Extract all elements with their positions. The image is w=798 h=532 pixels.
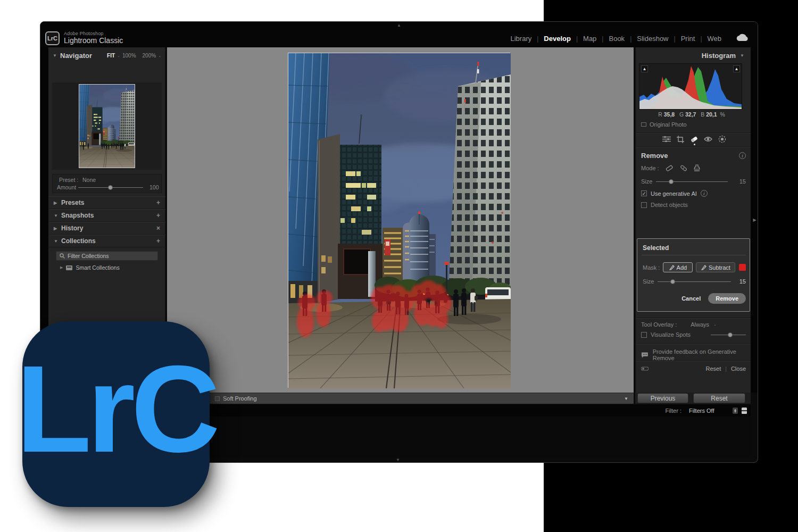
original-photo-row[interactable]: Original Photo [641, 121, 687, 128]
remove-size-slider[interactable] [656, 181, 728, 182]
photo-editor-view[interactable] [288, 53, 510, 388]
filter-collections-placeholder: Filter Collections [68, 253, 109, 259]
navigator-fit-spinner-icon[interactable]: ⌄ [117, 54, 120, 58]
develop-bottom-buttons: Previous Reset [635, 393, 751, 404]
module-library[interactable]: Library [505, 35, 537, 43]
module-map[interactable]: Map [578, 35, 602, 43]
generative-ai-row[interactable]: ✓ Use generative AI i [641, 190, 708, 197]
tool-remove-icon[interactable] [690, 136, 699, 143]
navigator-thumbnail-image[interactable] [79, 84, 135, 168]
histogram-panel[interactable]: ▲ ▲ [639, 63, 742, 110]
selected-size-value: 15 [739, 278, 746, 285]
tool-basic-adjust-icon[interactable] [662, 136, 671, 143]
histogram-header[interactable]: Histogram ▼ [636, 52, 747, 60]
snapshots-disclosure-icon[interactable]: ▼ [54, 213, 61, 218]
navigator-disclosure-icon[interactable]: ▼ [53, 53, 60, 58]
feedback-row[interactable]: Provide feedback on Generative Remove [641, 348, 751, 361]
tool-overlay-spinner-icon[interactable]: ⌄ [713, 322, 717, 327]
detect-objects-checkbox[interactable] [641, 202, 647, 208]
left-sections: ▶Presets+ ▼Snapshots+ ▶History× ▼Collect… [48, 196, 165, 247]
smart-collections-label: Smart Collections [76, 264, 119, 271]
module-web[interactable]: Web [702, 35, 727, 43]
previous-button[interactable]: Previous [637, 393, 688, 403]
filter-spinner-icon[interactable]: ▲▼ [733, 408, 738, 414]
right-edge-strip[interactable]: ▶ [751, 47, 758, 393]
smart-collections-item[interactable]: ▶ Smart Collections [60, 263, 161, 272]
highlight-clipping-indicator[interactable]: ▲ [733, 65, 740, 72]
amount-value: 100 [149, 184, 159, 190]
use-generative-ai-checkbox[interactable]: ✓ [641, 190, 647, 196]
navigator-zoom-100[interactable]: 100% [122, 53, 136, 59]
presets-disclosure-icon[interactable]: ▶ [54, 201, 61, 205]
amount-slider[interactable] [78, 187, 143, 188]
snapshots-add-icon[interactable]: + [156, 212, 160, 219]
soft-proofing-row[interactable]: Soft Proofing [215, 395, 257, 402]
remove-size-knob[interactable] [669, 179, 674, 184]
remove-size-value: 15 [739, 178, 746, 185]
tool-reset-button[interactable]: Reset [706, 365, 721, 372]
detect-objects-row[interactable]: Detect objects [641, 202, 688, 208]
mask-subtract-button[interactable]: Subtract [696, 262, 735, 272]
visualize-spots-checkbox[interactable] [641, 332, 647, 338]
filmstrip-filter-switch-icon[interactable] [741, 407, 747, 414]
toolbar-options-dropdown-icon[interactable]: ▼ [624, 396, 628, 401]
shadow-clipping-indicator[interactable]: ▲ [641, 65, 648, 72]
tool-crop-icon[interactable] [677, 136, 684, 143]
cloud-sync-icon[interactable] [736, 34, 749, 44]
module-develop[interactable]: Develop [538, 35, 576, 43]
reset-button[interactable]: Reset [693, 393, 745, 403]
mask-add-button[interactable]: Add [663, 262, 693, 272]
section-collections[interactable]: ▼Collections+ [48, 235, 165, 247]
navigator-preview[interactable] [52, 82, 162, 170]
section-history[interactable]: ▶History× [48, 222, 165, 235]
histogram-chart[interactable] [639, 64, 742, 109]
generative-ai-info-icon[interactable]: i [701, 190, 708, 197]
collections-disclosure-icon[interactable]: ▼ [54, 239, 61, 244]
section-presets[interactable]: ▶Presets+ [48, 196, 165, 209]
remove-info-icon[interactable]: i [739, 152, 746, 159]
history-clear-icon[interactable]: × [156, 225, 160, 232]
collections-add-icon[interactable]: + [156, 237, 160, 245]
history-disclosure-icon[interactable]: ▶ [54, 226, 61, 231]
percent-label: % [720, 111, 725, 118]
selected-size-slider[interactable] [658, 281, 731, 282]
cancel-button[interactable]: Cancel [681, 295, 701, 302]
visualize-spots-slider[interactable] [711, 335, 746, 335]
amount-slider-knob[interactable] [108, 185, 113, 190]
original-photo-checkbox[interactable] [641, 122, 646, 127]
panel-collapse-bottom-icon[interactable]: ▼ [396, 458, 400, 462]
mode-heal-icon[interactable] [680, 165, 687, 171]
smart-collections-disclosure-icon[interactable]: ▶ [60, 265, 63, 270]
navigator-fit[interactable]: FIT [107, 53, 115, 59]
mode-remove-icon[interactable] [666, 165, 674, 171]
panel-collapse-top-icon[interactable]: ▲ [397, 23, 401, 28]
filter-collections-input[interactable]: Filter Collections [56, 251, 158, 261]
preset-value: None [82, 177, 96, 183]
navigator-zoom-spinner-icon[interactable]: ⌄ [158, 54, 161, 58]
mask-color-swatch[interactable] [739, 264, 746, 271]
navigator-zoom-200[interactable]: 200% [143, 53, 156, 59]
remove-action-button[interactable]: Remove [708, 293, 746, 304]
module-print[interactable]: Print [676, 35, 701, 43]
tool-masking-icon[interactable] [718, 135, 726, 143]
photo-image[interactable] [288, 53, 511, 388]
tool-redeye-icon[interactable] [704, 136, 712, 142]
tool-overlay-value[interactable]: Always [691, 321, 709, 328]
filter-dropdown[interactable]: Filters Off ▲▼ [689, 408, 738, 414]
right-panel-toggle-icon[interactable]: ▶ [753, 218, 756, 222]
visualize-spots-knob[interactable] [728, 332, 733, 337]
section-snapshots[interactable]: ▼Snapshots+ [48, 209, 165, 222]
panel-switch-icon[interactable] [641, 366, 649, 371]
mode-clone-icon[interactable] [694, 164, 700, 171]
preset-label: Preset : [59, 177, 78, 183]
navigator-header[interactable]: ▼ Navigator FIT ⌄ 100% 200% ⌄ [53, 52, 161, 60]
selected-size-knob[interactable] [670, 279, 675, 284]
soft-proofing-label: Soft Proofing [223, 395, 257, 402]
remove-mode-row: Mode : [641, 164, 700, 171]
presets-add-icon[interactable]: + [156, 199, 160, 206]
collection-set-icon [66, 265, 72, 270]
tool-close-button[interactable]: Close [731, 365, 746, 372]
module-book[interactable]: Book [603, 35, 630, 43]
histogram-disclosure-icon[interactable]: ▼ [740, 53, 747, 58]
module-slideshow[interactable]: Slideshow [631, 35, 674, 43]
